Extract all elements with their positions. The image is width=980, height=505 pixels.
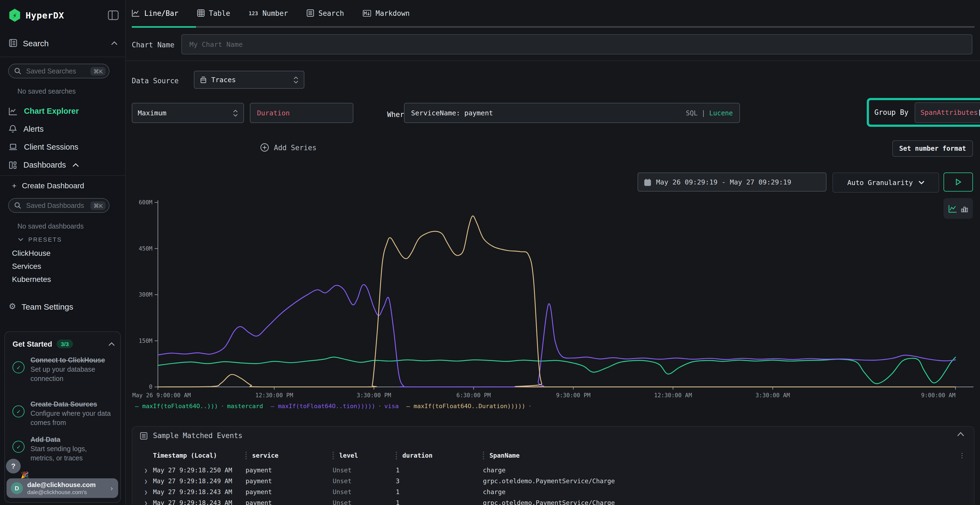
column-header[interactable]: level	[332, 452, 396, 459]
legend-expr: maxIf(toFloat64O..)))	[142, 403, 218, 410]
granularity-select[interactable]: Auto Granularity	[832, 173, 939, 193]
no-saved-searches-label: No saved searches	[18, 87, 76, 95]
expand-row-icon[interactable]: ❯	[144, 489, 153, 495]
table-cell: payment	[245, 499, 332, 505]
add-series-label: Add Series	[274, 143, 317, 152]
table-icon	[197, 9, 204, 17]
sidebar-item-alerts[interactable]: Alerts	[9, 122, 120, 135]
preset-clickhouse[interactable]: ClickHouse	[12, 249, 51, 257]
column-settings-icon[interactable]: ⋮	[959, 452, 965, 459]
date-range-picker[interactable]: May 26 09:29:19 - May 27 09:29:19	[638, 173, 826, 192]
sidebar-item-dashboards[interactable]: Dashboards	[9, 158, 120, 172]
chart-name-input[interactable]	[188, 40, 965, 49]
granularity-value: Auto Granularity	[848, 178, 913, 187]
column-header[interactable]: SpanName	[483, 452, 952, 459]
calendar-icon	[644, 178, 651, 186]
field-input[interactable]: Duration	[250, 103, 353, 123]
tab-line-bar[interactable]: Line/Bar	[132, 0, 178, 26]
legend-item[interactable]: — maxIf(toFloat64O..Duration)))))·	[406, 403, 535, 410]
table-cell: payment	[245, 477, 332, 485]
check-circle-icon: ✓	[13, 405, 24, 418]
table-row[interactable]: ❯May 27 9:29:18.250 AMpaymentUnset1charg…	[144, 465, 952, 476]
table-cell: May 27 9:29:18.249 AM	[153, 477, 245, 485]
team-settings-item[interactable]: ⚙ Team Settings	[9, 300, 118, 312]
events-table-header: Timestamp (Local)serviceleveldurationSpa…	[144, 450, 952, 461]
set-number-format-button[interactable]: Set number format	[892, 140, 973, 157]
saved-searches-search[interactable]: ⌘K	[8, 64, 110, 78]
expand-row-icon[interactable]: ❯	[144, 500, 153, 505]
preset-kubernetes[interactable]: Kubernetes	[12, 275, 51, 284]
sidebar-item-client-sessions[interactable]: Client Sessions	[9, 140, 120, 154]
chevron-up-icon[interactable]	[72, 163, 79, 167]
tab-label: Markdown	[375, 9, 410, 17]
table-cell: grpc.oteldemo.PaymentService/Charge	[483, 477, 952, 485]
get-started-item[interactable]: ✓ Create Data Sources Configure where yo…	[13, 400, 115, 427]
legend-item[interactable]: — maxIf(toFloat64O..tion)))))·visa	[270, 403, 399, 410]
legend-dash-icon: —	[270, 403, 274, 410]
table-row[interactable]: ❯May 27 9:29:18.243 AMpaymentUnset1charg…	[144, 486, 952, 497]
task-title: Create Data Sources	[30, 400, 112, 409]
tab-table[interactable]: Table	[197, 0, 230, 26]
table-cell: Unset	[332, 466, 396, 474]
preset-services[interactable]: Services	[12, 262, 41, 270]
tabbar-divider	[132, 26, 975, 28]
date-range-value: May 26 09:29:19 - May 27 09:29:19	[656, 178, 791, 186]
sql-toggle[interactable]: SQL	[686, 109, 697, 117]
expand-row-icon[interactable]: ❯	[144, 478, 153, 484]
legend-separator: ·	[528, 403, 531, 410]
get-started-item[interactable]: ✓ Add Data Start sending logs, metrics, …	[13, 435, 115, 463]
sample-matched-events-panel: Sample Matched Events Timestamp (Local)s…	[132, 426, 975, 505]
saved-dashboards-shortcut: ⌘K	[91, 201, 106, 210]
group-by-function: SpanAttributes	[920, 108, 978, 116]
saved-dashboards-input[interactable]	[25, 201, 87, 210]
avatar: D	[11, 482, 23, 494]
active-tab-indicator	[132, 26, 196, 28]
field-value: Duration	[257, 109, 290, 117]
column-header[interactable]: duration	[396, 452, 483, 459]
team-settings-label: Team Settings	[22, 302, 73, 311]
get-started-item[interactable]: ✓ Connect to ClickHouse Set up your data…	[13, 356, 115, 383]
data-source-select[interactable]: Traces	[194, 71, 304, 89]
tab-search[interactable]: Search	[307, 0, 344, 26]
task-subtitle: Start sending logs, metrics, or traces	[30, 445, 112, 463]
legend-item[interactable]: — maxIf(toFloat64O..)))·mastercard	[135, 403, 263, 410]
table-cell: grpc.oteldemo.PaymentService/Charge	[483, 499, 952, 505]
aggregation-select[interactable]: Maximum	[132, 103, 244, 123]
presets-toggle[interactable]: PRESETS	[18, 236, 62, 243]
select-chevrons-icon	[293, 76, 298, 84]
sidebar-item-chart-explorer[interactable]: Chart Explorer	[9, 105, 120, 118]
lucene-toggle[interactable]: Lucene	[709, 109, 733, 117]
add-series-button[interactable]: Add Series	[260, 143, 317, 152]
saved-searches-input[interactable]	[25, 67, 87, 75]
series-line-mastercard	[158, 357, 956, 384]
chevron-up-icon[interactable]	[957, 432, 964, 437]
table-row[interactable]: ❯May 27 9:29:18.243 AMpaymentUnset1grpc.…	[144, 497, 952, 505]
timeseries-chart[interactable]: 600M450M300M150M0May 26 9:00:00 AM12:30:…	[130, 196, 975, 403]
chart-explorer-icon	[9, 107, 18, 115]
sidebar-section-search[interactable]: Search	[9, 37, 118, 49]
column-header[interactable]: Timestamp (Local)	[153, 452, 245, 459]
database-icon	[200, 76, 207, 84]
where-value: ServiceName: payment	[411, 109, 493, 117]
tab-number[interactable]: 123 Number	[249, 0, 288, 26]
aggregation-value: Maximum	[138, 109, 166, 117]
saved-searches-shortcut: ⌘K	[91, 67, 106, 75]
run-query-button[interactable]	[943, 173, 973, 192]
svg-text:0: 0	[149, 384, 153, 390]
chevron-up-icon[interactable]	[108, 342, 115, 346]
expand-row-icon[interactable]: ❯	[144, 467, 153, 473]
table-row[interactable]: ❯May 27 9:29:18.249 AMpaymentUnset3grpc.…	[144, 476, 952, 486]
group-by-input[interactable]: SpanAttributes['app.payment.card_type']	[915, 102, 980, 123]
column-header[interactable]: service	[245, 452, 332, 459]
where-field[interactable]: ServiceName: payment SQL | Lucene	[404, 103, 740, 123]
chevron-up-icon[interactable]	[111, 41, 118, 45]
search-icon	[14, 202, 21, 209]
saved-dashboards-search[interactable]: ⌘K	[8, 198, 110, 213]
help-button[interactable]: ?	[6, 459, 21, 473]
tab-markdown[interactable]: Markdown	[363, 0, 410, 26]
table-cell: Unset	[332, 488, 396, 496]
create-dashboard-button[interactable]: + Create Dashboard	[12, 181, 84, 190]
laptop-icon	[9, 143, 18, 151]
collapse-sidebar-icon[interactable]	[108, 10, 119, 20]
user-menu[interactable]: D dale@clickhouse.com dale@clickhouse.co…	[6, 478, 118, 498]
